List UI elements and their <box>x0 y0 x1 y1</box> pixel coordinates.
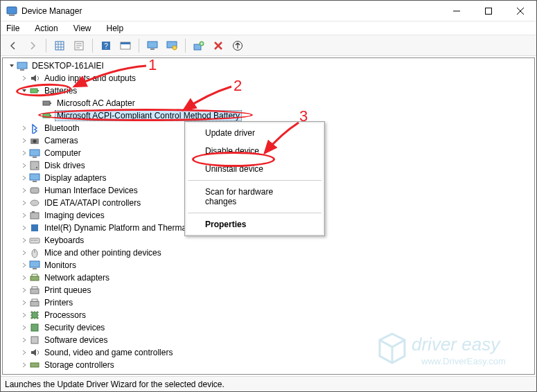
chevron-right-icon[interactable] <box>19 325 29 330</box>
bluetooth-icon <box>29 123 40 134</box>
chevron-right-icon[interactable] <box>19 213 29 218</box>
maximize-button[interactable] <box>473 1 504 21</box>
storage-icon <box>29 359 40 371</box>
svg-rect-3 <box>55 42 64 50</box>
ctx-update-driver[interactable]: Update driver <box>187 124 322 142</box>
tree-item-label: Disk drives <box>43 161 87 170</box>
tree-item[interactable]: Storage controllers <box>6 359 534 371</box>
chevron-right-icon[interactable] <box>19 163 29 168</box>
menu-help[interactable]: Help <box>104 22 127 35</box>
chevron-down-icon[interactable] <box>19 88 29 93</box>
tree-item-label: Display adapters <box>43 173 107 183</box>
tree-item-label: IDE ATA/ATAPI controllers <box>43 198 142 208</box>
chevron-right-icon[interactable] <box>19 238 29 243</box>
tree-item[interactable]: Sound, video and game controllers <box>6 346 534 359</box>
chevron-right-icon[interactable] <box>19 312 29 318</box>
menu-file[interactable]: File <box>3 22 22 35</box>
printq-icon <box>29 285 40 296</box>
svg-text:?: ? <box>104 42 108 50</box>
chevron-down-icon[interactable] <box>7 63 17 69</box>
tree-item-label: Network adapters <box>43 273 111 283</box>
tree-item-label: Monitors <box>43 260 78 270</box>
tree-item-label: Batteries <box>43 86 78 96</box>
toolbar-add-icon[interactable] <box>191 37 207 54</box>
tree-item[interactable]: Batteries <box>6 84 534 97</box>
svg-rect-32 <box>30 188 39 193</box>
chevron-right-icon[interactable] <box>19 350 29 355</box>
chevron-right-icon[interactable] <box>19 125 29 131</box>
chevron-right-icon[interactable] <box>19 200 29 206</box>
tree-item[interactable]: Monitors <box>6 259 534 271</box>
chevron-right-icon[interactable] <box>19 287 29 293</box>
tree-item-label: Cameras <box>43 136 80 145</box>
tree-item-label: Mice and other pointing devices <box>43 248 163 258</box>
back-button[interactable] <box>5 37 21 54</box>
toolbar-scan-icon[interactable] <box>164 37 180 54</box>
tree-item[interactable]: Print queues <box>6 284 534 296</box>
tree-item[interactable]: Processors <box>6 309 534 321</box>
svg-rect-10 <box>150 48 155 50</box>
chevron-right-icon[interactable] <box>19 300 29 305</box>
ctx-scan-hardware[interactable]: Scan for hardware changes <box>187 183 322 211</box>
toolbar-monitor-icon[interactable] <box>144 37 161 54</box>
chevron-right-icon[interactable] <box>19 75 29 81</box>
tree-item[interactable]: Printers <box>6 296 534 309</box>
menu-bar: File Action View Help <box>1 21 536 35</box>
tree-item[interactable]: Software devices <box>6 334 534 346</box>
minimize-button[interactable] <box>441 1 473 21</box>
toolbar: ? <box>1 35 536 56</box>
tree-child-item[interactable]: Microsoft ACPI-Compliant Control Method … <box>6 109 534 122</box>
svg-rect-26 <box>30 150 39 156</box>
tree-child-label: Microsoft ACPI-Compliant Control Method … <box>55 110 242 121</box>
tree-item-label: Audio inputs and outputs <box>43 73 137 83</box>
ide-icon <box>29 197 40 208</box>
tree-item[interactable]: Network adapters <box>6 271 534 284</box>
sound-icon <box>29 347 40 358</box>
chevron-right-icon[interactable] <box>19 362 29 368</box>
software-icon <box>29 335 40 346</box>
chevron-right-icon[interactable] <box>19 225 29 231</box>
chevron-right-icon[interactable] <box>19 188 29 193</box>
tree-item[interactable]: Mice and other pointing devices <box>6 247 534 259</box>
tree-root-label: DESKTOP-161AIEI <box>30 61 105 71</box>
chevron-right-icon[interactable] <box>19 138 29 143</box>
chevron-right-icon[interactable] <box>19 150 29 156</box>
toolbar-delete-icon[interactable] <box>210 37 227 54</box>
chevron-right-icon[interactable] <box>19 250 29 256</box>
tree-item-label: Computer <box>43 148 82 158</box>
svg-rect-35 <box>32 211 35 213</box>
toolbar-window-icon[interactable] <box>117 37 134 54</box>
toolbar-help-icon[interactable]: ? <box>98 37 114 54</box>
menu-view[interactable]: View <box>71 22 94 35</box>
svg-rect-41 <box>30 276 39 280</box>
toolbar-update-icon[interactable] <box>229 37 246 54</box>
tree-child-item[interactable]: Microsoft AC Adapter <box>6 97 534 109</box>
device-manager-window: Device Manager File Action View Help ? D… <box>0 0 537 392</box>
close-button[interactable] <box>504 1 536 21</box>
forward-button[interactable] <box>24 37 41 54</box>
svg-rect-30 <box>30 174 39 180</box>
chevron-right-icon[interactable] <box>19 275 29 280</box>
svg-rect-44 <box>30 301 39 306</box>
chevron-right-icon[interactable] <box>19 262 29 268</box>
chevron-right-icon[interactable] <box>19 175 29 181</box>
toolbar-properties-icon[interactable] <box>71 37 87 54</box>
tree-item-label: Imaging devices <box>43 211 106 220</box>
ctx-disable-device[interactable]: Disable device <box>187 142 322 160</box>
ctx-properties[interactable]: Properties <box>187 215 322 233</box>
tree-root[interactable]: DESKTOP-161AIEI <box>6 60 534 72</box>
svg-rect-8 <box>121 42 130 44</box>
tree-item[interactable]: Audio inputs and outputs <box>6 72 534 84</box>
battery-icon <box>29 85 40 96</box>
svg-rect-34 <box>30 213 39 219</box>
acadapter-icon <box>42 98 53 109</box>
tree-item[interactable]: Security devices <box>6 321 534 334</box>
processor-icon <box>29 310 40 321</box>
toolbar-separator <box>139 39 139 53</box>
chevron-right-icon[interactable] <box>19 337 29 343</box>
ctx-uninstall-device[interactable]: Uninstall device <box>187 160 322 178</box>
svg-rect-23 <box>50 115 51 116</box>
svg-rect-27 <box>33 157 37 158</box>
toolbar-grid-icon[interactable] <box>51 37 68 54</box>
menu-action[interactable]: Action <box>32 22 60 35</box>
